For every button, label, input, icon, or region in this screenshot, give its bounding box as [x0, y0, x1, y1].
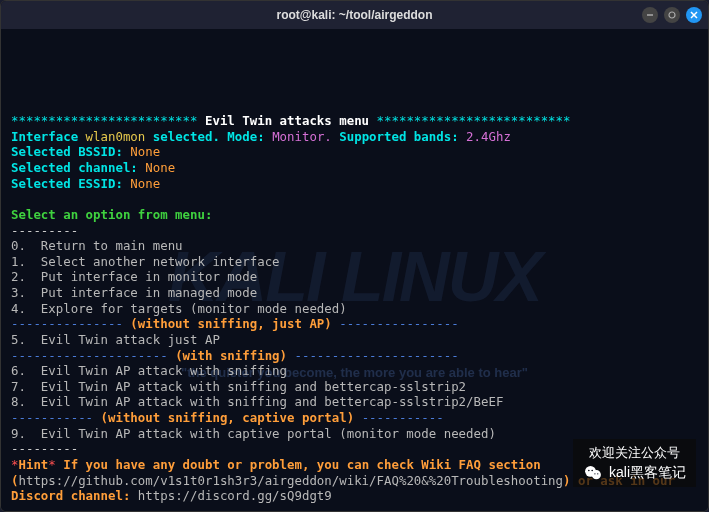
- promo-overlay: 欢迎关注公众号 kali黑客笔记: [573, 439, 696, 487]
- svg-point-6: [588, 470, 590, 472]
- window-title: root@kali: ~/tool/airgeddon: [276, 8, 432, 22]
- menu-item-3[interactable]: 3. Put interface in managed mode: [11, 285, 257, 300]
- svg-point-1: [669, 12, 675, 18]
- bssid-value: None: [130, 144, 160, 159]
- svg-point-9: [597, 473, 598, 474]
- close-button[interactable]: [686, 7, 702, 23]
- menu-prompt: Select an option from menu:: [11, 207, 212, 222]
- bssid-label: Selected BSSID:: [11, 144, 130, 159]
- separator-line: ---------: [11, 441, 78, 456]
- menu-item-7[interactable]: 7. Evil Twin AP attack with sniffing and…: [11, 379, 466, 394]
- titlebar[interactable]: root@kali: ~/tool/airgeddon: [1, 1, 708, 29]
- hint-url-wiki[interactable]: https://github.com/v1s1t0r1sh3r3/airgedd…: [18, 473, 563, 488]
- hint-label: Hint: [18, 457, 48, 472]
- hint-url-discord[interactable]: https://discord.gg/sQ9dgt9: [138, 488, 332, 503]
- section-captive: (without sniffing, captive portal): [101, 410, 355, 425]
- svg-point-5: [592, 470, 601, 479]
- essid-value: None: [130, 176, 160, 191]
- essid-label: Selected ESSID:: [11, 176, 130, 191]
- menu-item-0[interactable]: 0. Return to main menu: [11, 238, 183, 253]
- maximize-button[interactable]: [664, 7, 680, 23]
- window-controls: [642, 7, 702, 23]
- minimize-button[interactable]: [642, 7, 658, 23]
- iface-value: wlan0mon: [86, 129, 146, 144]
- promo-line1: 欢迎关注公众号: [589, 445, 680, 461]
- svg-point-8: [594, 473, 595, 474]
- channel-value: None: [145, 160, 175, 175]
- menu-item-1[interactable]: 1. Select another network interface: [11, 254, 280, 269]
- menu-item-2[interactable]: 2. Put interface in monitor mode: [11, 269, 257, 284]
- menu-item-5[interactable]: 5. Evil Twin attack just AP: [11, 332, 220, 347]
- menu-item-4[interactable]: 4. Explore for targets (monitor mode nee…: [11, 301, 347, 316]
- section-sniff: (with sniffing): [175, 348, 287, 363]
- menu-header: Evil Twin attacks menu: [198, 113, 377, 128]
- section-no-sniff: (without sniffing, just AP): [130, 316, 331, 331]
- terminal-body[interactable]: KALI LINUX "the quieter you become, the …: [1, 29, 708, 511]
- menu-item-8[interactable]: 8. Evil Twin AP attack with sniffing and…: [11, 394, 503, 409]
- menu-item-6[interactable]: 6. Evil Twin AP attack with sniffing: [11, 363, 287, 378]
- svg-point-7: [591, 470, 593, 472]
- mode-value: Monitor.: [272, 129, 339, 144]
- bands-value: 2.4Ghz: [466, 129, 511, 144]
- channel-label: Selected channel:: [11, 160, 145, 175]
- iface-label: Interface: [11, 129, 86, 144]
- menu-item-9[interactable]: 9. Evil Twin AP attack with captive port…: [11, 426, 496, 441]
- separator-line: ---------: [11, 223, 78, 238]
- terminal-window: root@kali: ~/tool/airgeddon KALI LINUX "…: [0, 0, 709, 512]
- promo-line2: kali黑客笔记: [609, 464, 686, 482]
- wechat-icon: [583, 463, 603, 483]
